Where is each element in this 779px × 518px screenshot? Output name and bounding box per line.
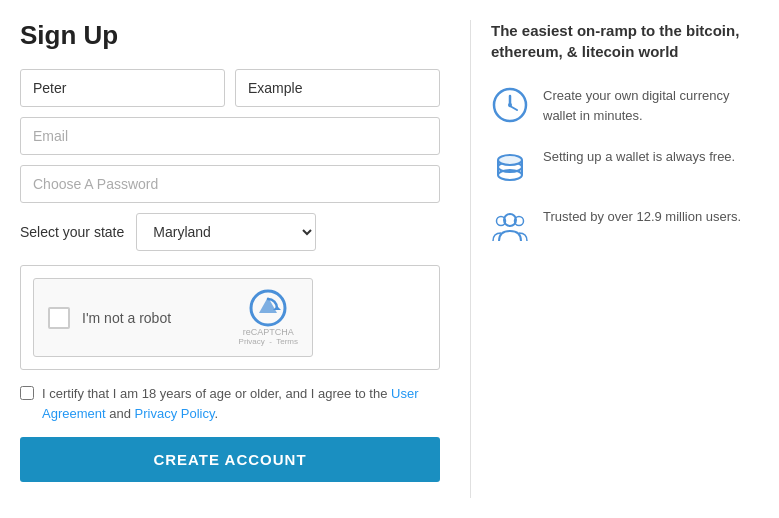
captcha-left: I'm not a robot xyxy=(48,307,171,329)
last-name-input[interactable] xyxy=(235,69,440,107)
state-label: Select your state xyxy=(20,224,124,240)
coins-icon xyxy=(491,147,529,185)
captcha-checkbox[interactable] xyxy=(48,307,70,329)
recaptcha-icon xyxy=(249,289,287,327)
terms-link[interactable]: Terms xyxy=(276,337,298,346)
feature-text-wallet: Create your own digital currency wallet … xyxy=(543,86,759,125)
terms-text: I certify that I am 18 years of age or o… xyxy=(42,384,440,423)
create-account-button[interactable]: CREATE ACCOUNT xyxy=(20,437,440,482)
terms-period: . xyxy=(214,406,218,421)
state-row: Select your state Maryland Alabama Alask… xyxy=(20,213,440,251)
terms-and-text: and xyxy=(106,406,135,421)
recaptcha-brand-text: reCAPTCHA xyxy=(243,327,294,337)
terms-row: I certify that I am 18 years of age or o… xyxy=(20,384,440,423)
svg-point-5 xyxy=(508,103,512,107)
privacy-policy-link[interactable]: Privacy Policy xyxy=(135,406,215,421)
privacy-link[interactable]: Privacy xyxy=(239,337,265,346)
recaptcha-links: Privacy - Terms xyxy=(239,337,298,346)
clock-icon xyxy=(491,86,529,124)
svg-point-11 xyxy=(498,155,522,165)
right-tagline: The easiest on-ramp to the bitcoin, ethe… xyxy=(491,20,759,62)
password-input[interactable] xyxy=(20,165,440,203)
feature-text-free: Setting up a wallet is always free. xyxy=(543,147,735,167)
first-name-input[interactable] xyxy=(20,69,225,107)
right-panel: The easiest on-ramp to the bitcoin, ethe… xyxy=(470,20,759,498)
terms-main-text: I certify that I am 18 years of age or o… xyxy=(42,386,391,401)
captcha-label: I'm not a robot xyxy=(82,310,171,326)
page-title: Sign Up xyxy=(20,20,440,51)
svg-marker-1 xyxy=(273,306,281,310)
captcha-container: I'm not a robot reCAPTCHA Privacy - Te xyxy=(20,265,440,370)
name-row xyxy=(20,69,440,107)
left-panel: Sign Up Select your state Maryland Alaba… xyxy=(20,20,470,498)
feature-item-wallet: Create your own digital currency wallet … xyxy=(491,86,759,125)
terms-checkbox[interactable] xyxy=(20,386,34,400)
captcha-right: reCAPTCHA Privacy - Terms xyxy=(239,289,298,346)
captcha-box[interactable]: I'm not a robot reCAPTCHA Privacy - Te xyxy=(33,278,313,357)
feature-item-trusted: Trusted by over 12.9 million users. xyxy=(491,207,759,245)
email-input[interactable] xyxy=(20,117,440,155)
page-container: Sign Up Select your state Maryland Alaba… xyxy=(0,0,779,518)
feature-item-free: Setting up a wallet is always free. xyxy=(491,147,759,185)
users-icon xyxy=(491,207,529,245)
state-select[interactable]: Maryland Alabama Alaska Arizona Californ… xyxy=(136,213,316,251)
feature-text-trusted: Trusted by over 12.9 million users. xyxy=(543,207,741,227)
